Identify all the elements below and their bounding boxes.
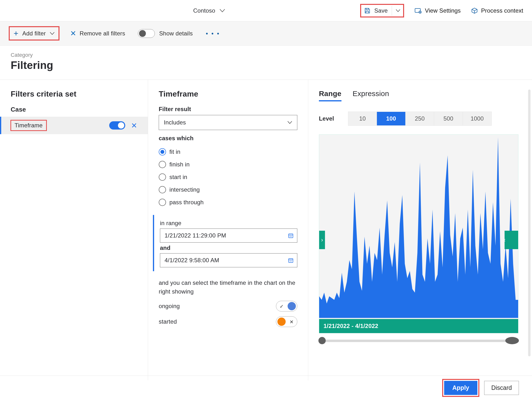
chevron-down-icon[interactable] [396, 9, 400, 12]
apply-button-callout: Apply [442, 379, 479, 397]
radio-fit-in[interactable]: fit in [159, 146, 297, 158]
slider-track [319, 340, 518, 342]
add-filter-callout: + Add filter [9, 26, 59, 41]
chart-handle-right[interactable]: ‹ [505, 231, 518, 249]
calendar-icon[interactable] [288, 257, 294, 263]
calendar-icon[interactable] [288, 233, 294, 238]
and-label: and [160, 245, 297, 251]
radio-label: pass through [169, 199, 204, 206]
level-option-250[interactable]: 250 [406, 112, 434, 125]
slider-knob-right[interactable] [505, 337, 519, 344]
radio-intersecting[interactable]: intersecting [159, 183, 297, 196]
tab-range[interactable]: Range [319, 90, 341, 101]
check-icon: ✓ [280, 303, 284, 309]
filter-item-timeframe[interactable]: Timeframe ✕ [0, 117, 148, 134]
filter-criteria-heading: Filters criteria set [11, 90, 137, 98]
slider-knob-left[interactable] [318, 337, 326, 344]
show-details-label: Show details [159, 30, 193, 37]
show-details-toggle[interactable] [138, 29, 155, 38]
radio-start-in[interactable]: start in [159, 171, 297, 183]
level-option-10[interactable]: 10 [348, 112, 377, 125]
scrollbar[interactable] [528, 90, 531, 356]
discard-button[interactable]: Discard [484, 381, 519, 395]
chart-tabs: Range Expression [319, 90, 518, 101]
environment-selector[interactable]: Contoso [193, 7, 225, 14]
chevron-down-icon [287, 121, 292, 124]
cases-which-label: cases which [159, 135, 297, 142]
svg-rect-5 [289, 259, 293, 262]
radio-pass-through[interactable]: pass through [159, 196, 297, 209]
chart-handle-left[interactable]: › [319, 231, 325, 249]
radio-label: fit in [169, 148, 180, 155]
date-from-value: 1/21/2022 11:29:00 PM [165, 232, 226, 239]
radio-icon [159, 186, 166, 193]
filter-enabled-toggle[interactable] [109, 121, 125, 130]
process-context-button[interactable]: Process context [471, 7, 523, 14]
ongoing-label: ongoing [159, 303, 180, 310]
save-button[interactable]: Save [364, 6, 400, 16]
date-from-input[interactable]: 1/21/2022 11:29:00 PM [160, 229, 297, 243]
level-segmented: 10 100 250 500 1000 [348, 112, 492, 126]
view-settings-button[interactable]: View Settings [415, 7, 461, 14]
view-settings-icon [415, 8, 422, 14]
svg-point-7 [291, 261, 291, 261]
toggle-knob [277, 318, 286, 326]
radio-finish-in[interactable]: finish in [159, 158, 297, 171]
page-title: Filtering [11, 59, 521, 71]
separator [392, 6, 392, 16]
filter-result-value: Includes [164, 119, 186, 126]
date-to-input[interactable]: 4/1/2022 9:58:00 AM [160, 253, 297, 267]
more-actions-button[interactable]: • • • [206, 30, 220, 37]
timeframe-chart[interactable]: › ‹ 1/21/2022 - 4/1/2022 [319, 134, 518, 333]
level-option-1000[interactable]: 1000 [463, 112, 491, 125]
started-label: started [159, 318, 177, 325]
plus-icon: + [14, 29, 18, 38]
chart-panel: Range Expression Level 10 100 250 500 10… [308, 80, 532, 380]
top-bar: Contoso Save View Settings [0, 0, 532, 21]
radio-icon [159, 173, 166, 181]
ongoing-toggle[interactable]: ✓ [276, 301, 297, 311]
level-option-500[interactable]: 500 [434, 112, 463, 125]
toggle-knob [288, 302, 296, 310]
help-text: and you can select the timeframe in the … [159, 278, 297, 296]
environment-name: Contoso [193, 7, 215, 14]
filter-criteria-panel: Filters criteria set Case Timeframe ✕ [0, 80, 148, 380]
save-label: Save [374, 7, 388, 14]
view-settings-label: View Settings [425, 7, 461, 14]
level-option-100[interactable]: 100 [377, 112, 406, 125]
process-context-label: Process context [481, 7, 523, 14]
add-filter-button[interactable]: Add filter [22, 30, 46, 37]
remove-all-filters-button[interactable]: ✕ Remove all filters [70, 29, 125, 38]
remove-filter-button[interactable]: ✕ [131, 121, 137, 130]
filter-group-label: Case [11, 106, 137, 113]
close-icon: ✕ [70, 29, 76, 38]
filter-item-callout: Timeframe [10, 120, 47, 131]
filter-item-label: Timeframe [15, 122, 43, 129]
filter-config-panel: Timeframe Filter result Includes cases w… [148, 80, 308, 380]
chart-range-slider[interactable] [319, 339, 518, 343]
started-toggle[interactable]: ✕ [276, 316, 297, 327]
range-block: in range 1/21/2022 11:29:00 PM and 4/1/2… [153, 215, 297, 271]
in-range-label: in range [160, 220, 297, 227]
close-icon: ✕ [290, 319, 294, 325]
svg-rect-2 [289, 234, 293, 238]
radio-label: intersecting [169, 186, 200, 193]
breadcrumb: Category [11, 52, 521, 58]
svg-point-6 [290, 261, 290, 261]
radio-label: start in [169, 174, 187, 180]
remove-all-label: Remove all filters [80, 30, 125, 37]
chart-range-label: 1/21/2022 - 4/1/2022 [319, 319, 518, 333]
radio-icon [159, 199, 166, 206]
chevron-down-icon[interactable] [50, 32, 55, 35]
filter-result-select[interactable]: Includes [159, 115, 297, 130]
footer: Apply Discard [0, 376, 532, 400]
save-icon [364, 8, 370, 14]
area-chart-svg [319, 135, 518, 333]
radio-icon [159, 148, 166, 155]
tab-expression[interactable]: Expression [353, 90, 389, 101]
save-button-callout: Save [360, 4, 404, 17]
apply-button[interactable]: Apply [444, 381, 477, 395]
svg-point-4 [291, 236, 291, 237]
filter-result-label: Filter result [159, 106, 297, 113]
chevron-down-icon [220, 9, 225, 12]
